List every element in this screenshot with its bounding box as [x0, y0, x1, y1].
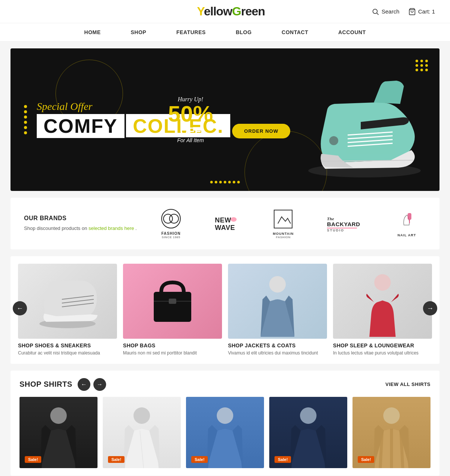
nav-features[interactable]: FEATURES	[176, 29, 206, 35]
svg-point-33	[50, 407, 67, 424]
category-loungewear-desc: In luctus lectus vitae purus volutpat ul…	[333, 350, 432, 356]
svg-point-34	[134, 407, 150, 424]
shirt-img-1: Sale!	[20, 397, 98, 468]
brand-nailart-name: NAIL ART	[398, 233, 416, 237]
shirts-prev-button[interactable]: ←	[78, 378, 90, 391]
svg-point-11	[162, 209, 180, 228]
hero-shoe	[301, 73, 428, 187]
categories-next-button[interactable]: →	[423, 301, 437, 315]
svg-text:The: The	[327, 216, 334, 221]
category-bags[interactable]: SHOP BAGS Mauris non mi sed mi porttitor…	[123, 264, 222, 356]
shirt-3-sale-badge: Sale!	[191, 456, 208, 463]
search-icon	[372, 8, 379, 15]
search-button[interactable]: Search	[372, 8, 399, 15]
nav-blog[interactable]: BLOG	[236, 29, 252, 35]
category-loungewear-title: SHOP SLEEP & LOUNGEWEAR	[333, 342, 432, 348]
header-actions: Search Cart: 1	[372, 8, 435, 15]
hero-banner: Special Offer COMFY COLLEC. ORDER NOW Hu…	[10, 48, 440, 191]
logo-reen: reen	[241, 5, 265, 18]
hero-title-line1: COMFY	[44, 116, 118, 136]
shirts-next-button[interactable]: →	[93, 378, 106, 391]
cart-button[interactable]: Cart: 1	[408, 8, 435, 15]
brand-newwave: NEW WAVE	[214, 212, 240, 235]
brands-desc: Shop discounted products on selected bra…	[24, 225, 137, 232]
category-bags-img	[123, 264, 222, 339]
svg-text:WAVE: WAVE	[215, 224, 235, 231]
svg-line-1	[377, 13, 379, 15]
nav-shop[interactable]: SHOP	[131, 29, 147, 35]
brand-newwave-icon: NEW WAVE	[214, 212, 240, 234]
category-loungewear[interactable]: SHOP SLEEP & LOUNGEWEAR In luctus lectus…	[333, 264, 432, 356]
category-jackets-title: SHOP JACKETS & COATS	[228, 342, 327, 348]
brand-fashion-name: FASHION	[161, 231, 180, 236]
shirt-card-5[interactable]: Sale!	[352, 397, 430, 468]
brand-fashion-icon	[160, 208, 182, 230]
logo-y: Y	[197, 5, 204, 18]
brand-mountain-name: MOUNTAIN	[273, 232, 294, 236]
header: YellowGreen Search Cart: 1	[0, 0, 450, 23]
shirts-title-row: SHOP SHIRTS ← →	[20, 378, 106, 391]
categories-grid: SHOP SHOES & SNEAKERS Curabitur ac velit…	[18, 264, 432, 356]
search-label: Search	[381, 8, 399, 15]
brands-info: OUR BRANDS Shop discounted products on s…	[24, 215, 137, 232]
brand-fashion-sub: SINCE 1985	[162, 236, 180, 239]
brand-nailart: NAIL ART	[396, 210, 417, 237]
hero-title-bg1: COMFY	[37, 114, 124, 138]
cart-icon	[408, 8, 416, 15]
brands-title: OUR BRANDS	[24, 215, 137, 222]
brands-section: OUR BRANDS Shop discounted products on s…	[10, 198, 440, 249]
shirts-title: SHOP SHIRTS	[20, 380, 72, 389]
shirt-card-1[interactable]: Sale!	[20, 397, 98, 468]
brands-link[interactable]: selected brands here	[88, 225, 134, 231]
category-jackets-desc: Vivamus id elit ultricies dui maximus ti…	[228, 350, 327, 356]
shirt-5-sale-badge: Sale!	[358, 456, 374, 463]
svg-rect-22	[408, 213, 411, 220]
brand-nailart-icon	[396, 210, 417, 232]
shirt-2-sale-badge: Sale!	[108, 456, 124, 463]
hero-percent: 50%	[168, 103, 213, 125]
brand-backyard-icon: The BACKYARD STUDIO	[326, 213, 364, 232]
category-jackets[interactable]: SHOP JACKETS & COATS Vivamus id elit ult…	[228, 264, 327, 356]
category-jackets-img	[228, 264, 327, 339]
shirt-img-2: Sale!	[103, 397, 181, 468]
brands-logos: FASHION SINCE 1985 NEW WAVE MOUNTAIN	[152, 208, 426, 239]
svg-point-36	[217, 407, 233, 424]
shirts-section: SHOP SHIRTS ← → VIEW ALL SHIRTS Sale!	[10, 371, 440, 476]
nav-contact[interactable]: CONTACT	[282, 29, 308, 35]
svg-point-38	[383, 407, 400, 424]
logo-g: G	[232, 5, 241, 18]
cart-label: Cart: 1	[418, 8, 435, 15]
hero-dots-bottom	[210, 181, 240, 183]
category-shoes-img	[18, 264, 117, 339]
brands-desc-text: Shop discounted products on	[24, 225, 87, 231]
category-shoes-desc: Curabitur ac velit nisi tristique malesu…	[18, 350, 117, 356]
brand-mountain-icon	[273, 209, 294, 230]
categories-section: ← SHOP SHOES & SNEAKERS Curabitur ac vel…	[10, 256, 440, 364]
logo[interactable]: YellowGreen	[197, 5, 265, 18]
categories-prev-button[interactable]: ←	[13, 301, 27, 315]
svg-text:STUDIO: STUDIO	[327, 228, 344, 231]
nav-home[interactable]: HOME	[84, 29, 101, 35]
category-shoes-title: SHOP SHOES & SNEAKERS	[18, 342, 117, 348]
svg-rect-30	[169, 299, 176, 304]
svg-text:NEW: NEW	[215, 216, 231, 224]
svg-point-9	[329, 136, 338, 145]
shirt-img-4: Sale!	[269, 397, 347, 468]
shirts-grid: Sale! Sale!	[20, 397, 430, 468]
category-bags-desc: Mauris non mi sed mi porttitor blandit	[123, 350, 222, 356]
view-all-shirts[interactable]: VIEW ALL SHIRTS	[386, 381, 430, 387]
shirt-4-sale-badge: Sale!	[274, 456, 291, 463]
brand-fashion: FASHION SINCE 1985	[160, 208, 182, 239]
shirt-card-3[interactable]: Sale!	[186, 397, 264, 468]
shirt-card-4[interactable]: Sale!	[269, 397, 347, 468]
nav-account[interactable]: ACCOUNT	[338, 29, 366, 35]
shirt-card-2[interactable]: Sale!	[103, 397, 181, 468]
main-nav: HOME SHOP FEATURES BLOG CONTACT ACCOUNT	[0, 23, 450, 42]
shirt-img-5: Sale!	[352, 397, 430, 468]
logo-ellow: ellow	[204, 5, 232, 18]
svg-text:BACKYARD: BACKYARD	[327, 221, 360, 227]
category-shoes[interactable]: SHOP SHOES & SNEAKERS Curabitur ac velit…	[18, 264, 117, 356]
hero-for-all: For All Item	[168, 137, 213, 143]
order-now-button[interactable]: ORDER NOW	[232, 124, 290, 138]
svg-rect-28	[154, 292, 191, 322]
